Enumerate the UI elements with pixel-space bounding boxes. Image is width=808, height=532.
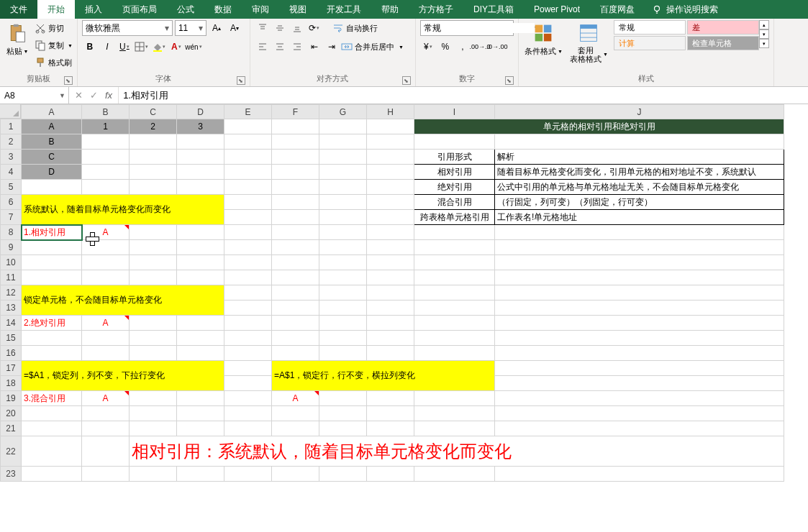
select-all-corner[interactable] [0, 104, 21, 119]
gallery-down[interactable]: ▾ [759, 29, 769, 39]
cancel-formula-button[interactable]: ✕ [75, 90, 83, 101]
cell[interactable] [177, 150, 224, 165]
cell[interactable] [272, 270, 319, 285]
font-name-combo[interactable]: ▾ [82, 20, 173, 36]
row-header[interactable]: 8 [1, 225, 22, 240]
cell[interactable] [319, 119, 367, 134]
row-header[interactable]: 14 [1, 316, 22, 331]
row-header[interactable]: 2 [1, 134, 22, 150]
tab-formulas[interactable]: 公式 [167, 0, 204, 19]
cell[interactable] [272, 180, 319, 195]
increase-indent-button[interactable]: ⇥ [324, 39, 340, 55]
cell[interactable] [177, 467, 224, 482]
cell[interactable] [495, 134, 784, 150]
row-header[interactable]: 11 [1, 270, 22, 285]
tab-file[interactable]: 文件 [0, 0, 37, 19]
cell[interactable] [272, 467, 319, 482]
row-header[interactable]: 23 [1, 467, 22, 482]
tab-developer[interactable]: 开发工具 [317, 0, 371, 19]
cell[interactable] [272, 406, 319, 421]
cell[interactable] [177, 240, 224, 255]
cell[interactable] [495, 301, 784, 316]
cell[interactable] [272, 225, 319, 240]
cell[interactable] [82, 467, 130, 482]
col-header-B[interactable]: B [82, 105, 130, 119]
cell[interactable] [495, 421, 784, 436]
cell[interactable] [495, 406, 784, 421]
cell[interactable]: =A$1，锁定行，行不变，横拉列变化 [272, 361, 495, 391]
font-size-combo[interactable]: ▾ [175, 20, 206, 36]
cell-styles-gallery[interactable]: 常规 差 计算 检查单元格 [614, 20, 759, 50]
paste-button[interactable]: 粘贴▼ [4, 20, 30, 58]
cell[interactable] [22, 331, 82, 346]
cell[interactable] [414, 346, 495, 361]
cell[interactable] [22, 406, 82, 421]
cell[interactable] [367, 165, 414, 180]
chevron-down-icon[interactable]: ▼ [56, 92, 68, 99]
cell[interactable] [22, 180, 82, 195]
col-header-J[interactable]: J [495, 105, 784, 119]
cell[interactable] [272, 119, 319, 134]
cell[interactable]: 3.混合引用 [22, 391, 82, 406]
cell[interactable] [495, 225, 784, 240]
name-box-input[interactable] [0, 91, 56, 101]
enter-formula-button[interactable]: ✓ [90, 90, 98, 101]
cell[interactable] [82, 180, 130, 195]
cell[interactable]: 相对引用 [414, 165, 495, 180]
cell[interactable] [22, 240, 82, 255]
cell[interactable] [224, 195, 272, 210]
cell[interactable] [367, 421, 414, 436]
cell[interactable] [414, 316, 495, 331]
font-name-input[interactable] [83, 23, 162, 33]
cell[interactable] [367, 270, 414, 285]
cell[interactable]: 解析 [495, 150, 784, 165]
cell[interactable] [224, 225, 272, 240]
cell[interactable] [82, 346, 130, 361]
cell[interactable] [319, 150, 367, 165]
cell[interactable] [177, 255, 224, 270]
cell[interactable] [224, 406, 272, 421]
cell[interactable] [130, 255, 177, 270]
tab-diy[interactable]: DIY工具箱 [463, 0, 524, 19]
cell[interactable] [319, 270, 367, 285]
font-color-button[interactable]: A▾ [168, 39, 184, 55]
cell[interactable] [224, 301, 272, 316]
cell[interactable] [367, 180, 414, 195]
number-format-combo[interactable]: ▾ [420, 20, 514, 36]
cell[interactable] [82, 331, 130, 346]
align-bottom-button[interactable] [289, 20, 305, 36]
cell[interactable] [224, 255, 272, 270]
format-as-table-button[interactable]: 套用 表格格式▼ [568, 20, 609, 65]
cell[interactable] [495, 346, 784, 361]
cell[interactable] [177, 421, 224, 436]
cell[interactable]: 跨表格单元格引用 [414, 210, 495, 225]
cell[interactable]: B [22, 134, 82, 150]
cell[interactable] [224, 134, 272, 150]
tell-me[interactable]: 操作说明搜索 [652, 0, 718, 19]
cell[interactable] [495, 270, 784, 285]
cell[interactable] [177, 134, 224, 150]
cell[interactable] [319, 134, 367, 150]
row-header[interactable]: 20 [1, 406, 22, 421]
cell[interactable] [414, 270, 495, 285]
col-header-F[interactable]: F [272, 105, 319, 119]
cell[interactable] [224, 240, 272, 255]
cell[interactable] [367, 406, 414, 421]
cell[interactable] [319, 421, 367, 436]
style-normal[interactable]: 常规 [614, 20, 686, 35]
font-launcher[interactable]: ⬊ [237, 76, 245, 85]
cell[interactable] [319, 240, 367, 255]
col-header-A[interactable]: A [22, 105, 82, 119]
cell[interactable]: 相对引用：系统默认，随着目标单元格变化而变化 [130, 436, 784, 467]
cell[interactable]: 公式中引用的单元格与单元格地址无关，不会随目标单元格变化 [495, 180, 784, 195]
cell[interactable] [224, 119, 272, 134]
align-center-button[interactable] [272, 39, 288, 55]
cell[interactable] [367, 195, 414, 210]
formula-input[interactable] [119, 87, 808, 104]
fill-color-button[interactable]: ▾ [151, 39, 167, 55]
underline-button[interactable]: U▾ [117, 39, 132, 55]
cell[interactable] [319, 301, 367, 316]
col-header-G[interactable]: G [319, 105, 367, 119]
cell[interactable] [495, 255, 784, 270]
cell[interactable]: 2 [130, 119, 177, 134]
